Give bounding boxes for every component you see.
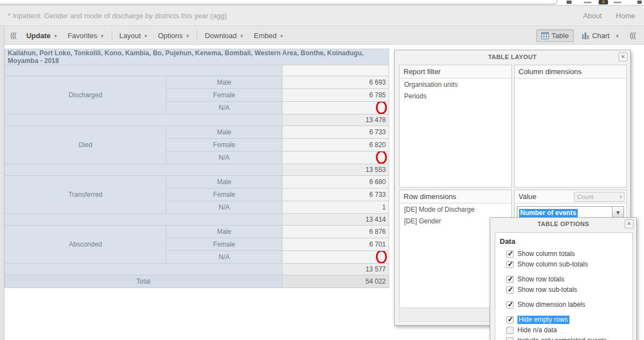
subtotal-label-cell <box>5 164 282 176</box>
checkbox[interactable] <box>506 301 514 308</box>
address-bar[interactable] <box>0 0 557 4</box>
pivot-table: Kailahun, Port Loko, Tonkolili, Kono, Ka… <box>4 49 389 288</box>
checkbox[interactable] <box>506 337 514 340</box>
close-icon[interactable]: ✕ <box>625 219 633 228</box>
embed-button[interactable]: Embed ▼ <box>249 29 289 42</box>
chevron-down-icon: ▼ <box>619 193 623 202</box>
dialog-title: TABLE LAYOUT <box>395 50 630 64</box>
option-label: Hide empty rows <box>517 316 569 324</box>
collapsed-west-panel[interactable] <box>0 26 4 340</box>
pivot-header: Kailahun, Port Loko, Tonkolili, Kono, Ka… <box>5 49 389 65</box>
row-label: Male <box>166 126 282 139</box>
layout-label: Layout <box>119 32 141 40</box>
toolbar-separator <box>197 30 197 41</box>
value-header-label: Value <box>519 192 536 201</box>
option-row: Show dimension labels <box>506 300 628 309</box>
value-cell <box>282 151 389 164</box>
chart-toggle-label: Chart <box>592 32 610 40</box>
chevron-down-icon: ▼ <box>279 34 284 39</box>
checkbox[interactable] <box>506 316 514 323</box>
row-label: Female <box>166 238 282 251</box>
options-button[interactable]: Options ▼ <box>153 29 195 42</box>
favorites-label: Favorites <box>67 32 97 40</box>
option-row: Show column totals <box>506 249 628 258</box>
option-row: Show row totals <box>506 275 628 284</box>
chevron-down-icon: ▼ <box>100 34 104 39</box>
annotation-circle <box>376 102 387 114</box>
titlebar-links: About Home <box>571 12 635 20</box>
chevron-down-icon: ▼ <box>144 34 148 39</box>
dimension-item-periods[interactable]: Periods <box>400 90 511 102</box>
chevron-down-icon: ▼ <box>615 34 620 39</box>
aggregation-select[interactable]: Count ▼ <box>574 192 625 202</box>
chevron-down-icon: ▼ <box>239 34 244 39</box>
dimension-item-organisation-units[interactable]: Organisation units <box>400 79 511 90</box>
download-label: Download <box>205 32 237 40</box>
checkbox[interactable] <box>506 327 514 334</box>
options-body: Data Show column totals Show column sub-… <box>495 232 633 340</box>
row-label: Male <box>166 226 282 238</box>
options-label: Options <box>158 32 183 40</box>
option-row: Show row sub-totals <box>506 285 628 294</box>
value-header-row: Value Count ▼ <box>515 190 626 203</box>
dimension-item-mode-of-discharge[interactable]: [DE] Mode of Discharge <box>400 203 511 215</box>
checkbox[interactable] <box>506 250 514 258</box>
checkbox[interactable] <box>506 286 514 294</box>
update-button[interactable]: Update ▼ <box>21 29 62 42</box>
option-row: Hide empty rows <box>506 315 628 324</box>
annotation-circle <box>376 151 387 164</box>
value-combobox-selected: Number of events <box>519 209 578 217</box>
value-cell: 1 <box>282 201 389 214</box>
subtotal-value: 13 414 <box>282 214 389 226</box>
column-header-cell <box>282 65 389 76</box>
toolbar-separator <box>112 30 112 41</box>
extension-badge[interactable]: 0 <box>599 0 608 4</box>
total-label: Total <box>5 275 282 288</box>
aggregation-value: Count <box>577 193 593 200</box>
collapse-left-icon[interactable]: ⟨⟨⟨ <box>4 31 21 40</box>
close-icon[interactable]: ✕ <box>619 53 627 61</box>
value-cell: 6 876 <box>282 226 389 238</box>
browser-menu-icon[interactable] <box>614 2 621 3</box>
checkbox[interactable] <box>506 261 514 268</box>
value-cell: 6 733 <box>282 126 389 139</box>
home-link[interactable]: Home <box>616 12 635 20</box>
chart-icon <box>582 32 589 39</box>
value-text: 1 <box>382 203 386 211</box>
dialog-title: TABLE OPTIONS <box>490 218 636 230</box>
row-dimensions-header: Row dimensions <box>400 190 511 203</box>
row-label: Female <box>166 189 282 201</box>
subtotal-value: 13 577 <box>282 264 389 275</box>
value-cell: 6 820 <box>282 139 389 151</box>
embed-label: Embed <box>254 32 276 40</box>
option-label: Show column sub-totals <box>517 260 588 268</box>
subtotal-value: 13 553 <box>282 164 389 176</box>
collapse-right-icon[interactable]: ⟨⟨⟨ <box>624 31 641 40</box>
chevron-down-icon[interactable]: ▼ <box>53 34 57 39</box>
layout-button[interactable]: Layout ▼ <box>114 29 153 42</box>
report-title: * Inpatient: Gender and mode of discharg… <box>8 12 227 20</box>
data-section-heading: Data <box>500 237 628 245</box>
favorites-button[interactable]: Favorites ▼ <box>62 29 109 42</box>
about-link[interactable]: About <box>583 12 602 20</box>
profile-icon[interactable] <box>637 1 642 4</box>
download-button[interactable]: Download ▼ <box>200 29 249 42</box>
chevron-down-icon: ▼ <box>186 34 190 39</box>
option-label: Include only completed events <box>517 337 606 340</box>
row-label: N/A <box>166 151 282 164</box>
subtotal-value: 13 478 <box>282 114 389 126</box>
row-label: N/A <box>166 251 282 264</box>
value-cell <box>282 102 389 114</box>
browser-menu-icon[interactable] <box>584 2 591 3</box>
option-label: Hide n/a data <box>517 326 557 334</box>
checkbox[interactable] <box>506 276 514 283</box>
table-toggle-button[interactable]: Table <box>536 29 574 42</box>
column-dimensions-panel: Column dimensions <box>514 65 627 187</box>
row-label-group: Transferred <box>5 176 166 214</box>
row-label: N/A <box>166 201 282 214</box>
table-options-dialog: TABLE OPTIONS ✕ Data Show column totals … <box>490 217 637 340</box>
table-icon <box>541 32 549 39</box>
chart-toggle-button[interactable]: Chart ▼ <box>577 30 624 41</box>
value-cell: 6 733 <box>282 189 389 201</box>
download-icon[interactable] <box>567 1 572 4</box>
